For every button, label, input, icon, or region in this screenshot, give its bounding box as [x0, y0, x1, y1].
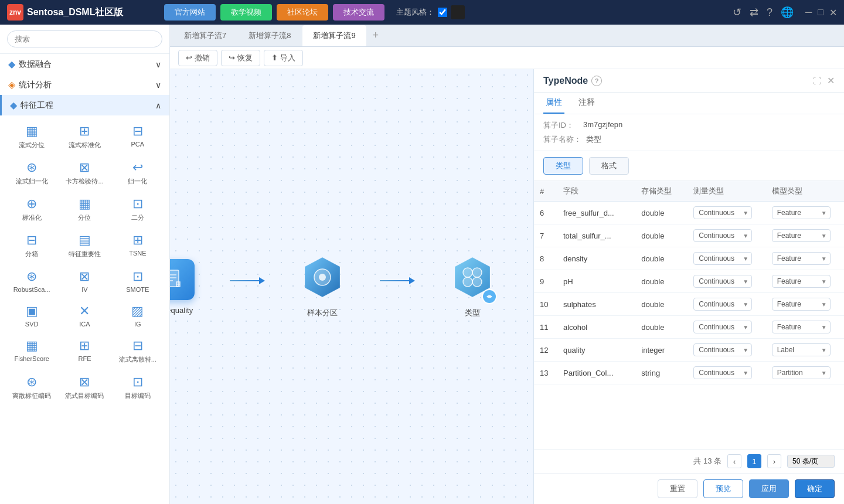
measure-select[interactable]: Continuous Categorical Nominal	[693, 206, 752, 219]
confirm-btn[interactable]: 确定	[795, 479, 835, 498]
sidebar-item-tsne[interactable]: ⊞ TSNE	[112, 228, 164, 263]
sidebar-item-feature-importance[interactable]: ▤ 特征重要性	[59, 228, 110, 263]
sidebar-item-stream-unify[interactable]: ⊛ 流式归一化	[6, 155, 57, 190]
pagination-page-1[interactable]: 1	[747, 454, 761, 468]
sidebar-section-feature[interactable]: ◆ 特征工程 ∧	[0, 95, 169, 115]
model-select[interactable]: Feature Label Partition	[772, 298, 831, 311]
node-winequality-label: winequality	[170, 306, 193, 315]
close-btn[interactable]: ✕	[829, 7, 837, 18]
sidebar-item-stream-normalize[interactable]: ⊞ 流式标准化	[59, 119, 110, 154]
sidebar-item-iv[interactable]: ⊠ IV	[59, 264, 110, 298]
node-type[interactable]: 类型	[450, 255, 495, 318]
cell-measure: Continuous Categorical Nominal ▼	[688, 293, 765, 316]
sidebar-item-pca[interactable]: ⊟ PCA	[112, 119, 164, 154]
sidebar-item-ica[interactable]: ✕ ICA	[59, 299, 110, 332]
measure-select[interactable]: Continuous Categorical Nominal	[693, 366, 752, 379]
panel-actions: 重置 预览 应用 确定	[534, 473, 844, 504]
tutorial-video-btn[interactable]: 教学视频	[220, 4, 272, 21]
model-select[interactable]: Feature Label Partition	[772, 321, 831, 333]
tab-0[interactable]: 新增算子流7	[173, 25, 237, 46]
minimize-btn[interactable]: ─	[805, 7, 812, 18]
measure-select[interactable]: Continuous Categorical Nominal	[693, 321, 752, 333]
binning-icon: ⊟	[26, 233, 37, 248]
node-badge	[482, 289, 497, 304]
sidebar-item-binarize[interactable]: ⊡ 二分	[112, 192, 164, 227]
pagination-prev-btn[interactable]: ‹	[727, 454, 741, 468]
sidebar-item-stream-target-encode[interactable]: ⊠ 流式目标编码	[59, 370, 110, 405]
col-header-model: 模型类型	[766, 181, 844, 202]
svg-point-11	[463, 277, 472, 287]
sidebar-item-fisherscore[interactable]: ▦ FisherScore	[6, 333, 57, 369]
maximize-btn[interactable]: □	[818, 7, 823, 18]
import-btn[interactable]: ⬆ 导入	[264, 50, 303, 66]
panel-tab-notes[interactable]: 注释	[576, 93, 597, 114]
sidebar-item-binning[interactable]: ⊟ 分箱	[6, 228, 57, 263]
model-select[interactable]: Feature Label Partition	[772, 366, 831, 379]
sidebar-item-robustscaler[interactable]: ⊛ RobustSca...	[6, 264, 57, 298]
type-btn-type[interactable]: 类型	[543, 157, 583, 175]
robustscaler-icon: ⊛	[26, 269, 37, 284]
node-winequality[interactable]: winequality	[170, 259, 195, 315]
theme-label: 主题风格：	[396, 7, 434, 18]
table-row: 11 alcohol double Continuous Categorical…	[534, 316, 844, 339]
sidebar-item-chi2[interactable]: ⊠ 卡方检验待...	[59, 155, 110, 190]
model-select[interactable]: Feature Label Partition	[772, 229, 831, 242]
official-site-btn[interactable]: 官方网站	[164, 4, 216, 21]
feature-items-grid: ▦ 流式分位 ⊞ 流式标准化 ⊟ PCA ⊛ 流式归一化 ⊠ 卡方检验待... …	[0, 115, 169, 408]
type-btn-format[interactable]: 格式	[589, 157, 629, 175]
pagination-next-btn[interactable]: ›	[767, 454, 781, 468]
measure-select[interactable]: Continuous Categorical Nominal	[693, 275, 752, 288]
preview-btn[interactable]: 预览	[703, 479, 743, 498]
canvas[interactable]: winequality	[170, 69, 533, 504]
model-select[interactable]: Feature Label Partition	[772, 275, 831, 288]
main-layout: ◆ 数据融合 ∨ ◈ 统计分析 ∨ ◆ 特征工程 ∧ ▦	[0, 25, 844, 504]
stream-target-encode-icon: ⊠	[79, 374, 90, 390]
sidebar-item-quantile[interactable]: ▦ 分位	[59, 192, 110, 227]
node-sample[interactable]: 样本分区	[300, 255, 345, 318]
model-select[interactable]: Feature Label Partition	[772, 252, 831, 265]
tab-1[interactable]: 新增算子流8	[238, 25, 301, 46]
cell-measure: Continuous Categorical Nominal ▼	[688, 339, 765, 362]
tab-add-btn[interactable]: +	[367, 28, 384, 44]
theme-checkbox[interactable]	[438, 8, 447, 17]
sidebar-item-stream-discrete[interactable]: ⊟ 流式离散特...	[112, 333, 164, 369]
tech-exchange-btn[interactable]: 技术交流	[333, 4, 384, 21]
search-input[interactable]	[7, 30, 162, 47]
measure-select[interactable]: Continuous Categorical Nominal	[693, 229, 752, 242]
sidebar-item-standardize[interactable]: ⊕ 标准化	[6, 192, 57, 227]
model-select[interactable]: Feature Label Partition	[772, 206, 831, 219]
sidebar-item-stream-quantile[interactable]: ▦ 流式分位	[6, 119, 57, 154]
reset-btn[interactable]: 重置	[658, 479, 697, 498]
sidebar-item-rfe[interactable]: ⊞ RFE	[59, 333, 110, 369]
panel-expand-icon[interactable]: ⛶	[813, 76, 821, 86]
sidebar-section-stats[interactable]: ◈ 统计分析 ∨	[0, 74, 169, 95]
tab-2[interactable]: 新增算子流9	[302, 25, 366, 46]
panel-tab-attributes[interactable]: 属性	[543, 93, 564, 114]
redo-btn[interactable]: ↪ 恢复	[221, 50, 260, 66]
sidebar-item-discrete-encode[interactable]: ⊛ 离散标征编码	[6, 370, 57, 405]
undo-btn[interactable]: ↩ 撤销	[178, 50, 217, 66]
theme-area: 主题风格：	[396, 5, 465, 19]
sidebar-item-smote[interactable]: ⊡ SMOTE	[112, 264, 164, 298]
panel-close-btn[interactable]: ✕	[827, 75, 835, 86]
help-icon[interactable]: ?	[767, 6, 772, 19]
sidebar-item-ig[interactable]: ▨ IG	[112, 299, 164, 332]
refresh-icon[interactable]: ↺	[733, 6, 741, 19]
sidebar-item-svd[interactable]: ▣ SVD	[6, 299, 57, 332]
apply-btn[interactable]: 应用	[749, 479, 789, 498]
per-page-select[interactable]: 50 条/页 100 条/页	[787, 455, 835, 468]
sidebar-section-data-fusion[interactable]: ◆ 数据融合 ∨	[0, 54, 169, 74]
section-feature-label: 特征工程	[21, 100, 53, 111]
globe-icon[interactable]: 🌐	[781, 6, 794, 19]
measure-select[interactable]: Continuous Categorical Nominal	[693, 343, 752, 356]
chi2-icon: ⊠	[79, 160, 90, 175]
sidebar-item-target-encode[interactable]: ⊡ 目标编码	[112, 370, 164, 405]
panel-help-icon[interactable]: ?	[591, 76, 602, 86]
community-btn[interactable]: 社区论坛	[277, 4, 328, 21]
sidebar-item-normalize[interactable]: ↩ 归一化	[112, 155, 164, 190]
theme-dark-swatch[interactable]	[451, 5, 465, 19]
measure-select[interactable]: Continuous Categorical Nominal	[693, 252, 752, 265]
model-select[interactable]: Feature Label Partition	[772, 343, 831, 356]
share-icon[interactable]: ⇄	[750, 6, 758, 19]
measure-select[interactable]: Continuous Categorical Nominal	[693, 298, 752, 311]
